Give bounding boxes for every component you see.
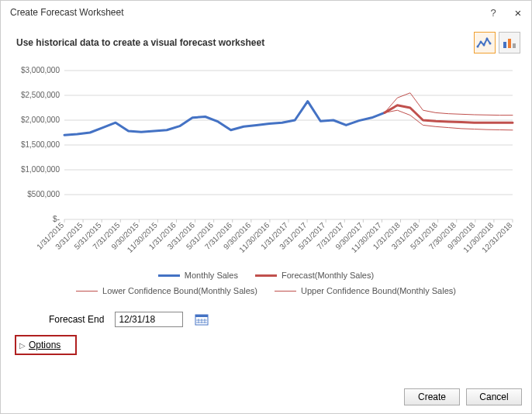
svg-point-4 xyxy=(489,43,492,45)
forecast-end-row: Forecast End xyxy=(1,304,531,332)
svg-text:$1,500,000: $1,500,000 xyxy=(21,140,60,149)
legend-label: Upper Confidence Bound(Monthly Sales) xyxy=(301,284,456,299)
legend-item-lower: Lower Confidence Bound(Monthly Sales) xyxy=(76,284,257,299)
svg-point-2 xyxy=(483,44,485,47)
bar-chart-button[interactable] xyxy=(499,32,520,53)
forecast-chart: $-$500,000$1,000,000$1,500,000$2,000,000… xyxy=(12,64,520,266)
titlebar: Create Forecast Worksheet ? × xyxy=(1,1,531,22)
legend-item-forecast: Forecast(Monthly Sales) xyxy=(255,268,374,284)
legend-swatch-icon xyxy=(76,291,98,292)
dialog-subtitle: Use historical data to create a visual f… xyxy=(16,37,474,48)
svg-rect-73 xyxy=(195,315,208,317)
cancel-button[interactable]: Cancel xyxy=(466,388,522,405)
svg-text:$1,000,000: $1,000,000 xyxy=(21,165,60,174)
options-toggle[interactable]: ▷ Options xyxy=(15,335,77,355)
line-chart-icon xyxy=(476,36,493,50)
options-label: Options xyxy=(29,340,60,350)
svg-point-0 xyxy=(477,46,479,48)
line-chart-button[interactable] xyxy=(474,32,496,53)
legend-item-upper: Upper Confidence Bound(Monthly Sales) xyxy=(275,284,456,299)
svg-text:$500,000: $500,000 xyxy=(27,190,60,198)
chart-legend: Monthly Sales Forecast(Monthly Sales) Lo… xyxy=(12,268,520,299)
legend-swatch-icon xyxy=(275,291,296,292)
svg-point-3 xyxy=(486,38,489,40)
dialog-buttons: Create Cancel xyxy=(404,388,522,405)
legend-label: Lower Confidence Bound(Monthly Sales) xyxy=(102,284,257,299)
chevron-right-icon: ▷ xyxy=(19,341,26,350)
svg-rect-6 xyxy=(508,39,511,48)
legend-item-monthly: Monthly Sales xyxy=(158,268,238,284)
legend-swatch-icon xyxy=(255,274,277,277)
svg-point-1 xyxy=(480,41,482,43)
bar-chart-icon xyxy=(501,36,518,50)
svg-rect-5 xyxy=(503,42,506,48)
svg-rect-7 xyxy=(513,43,516,48)
legend-swatch-icon xyxy=(158,274,180,277)
forecast-end-input[interactable] xyxy=(115,312,183,327)
help-icon[interactable]: ? xyxy=(488,7,499,18)
date-picker-icon[interactable] xyxy=(194,312,209,327)
svg-text:$3,000,000: $3,000,000 xyxy=(21,66,60,74)
svg-text:$2,000,000: $2,000,000 xyxy=(21,116,60,124)
dialog-title: Create Forecast Worksheet xyxy=(10,7,488,18)
legend-label: Monthly Sales xyxy=(185,268,238,284)
close-icon[interactable]: × xyxy=(513,7,523,18)
forecast-end-label: Forecast End xyxy=(49,314,104,325)
legend-label: Forecast(Monthly Sales) xyxy=(282,268,374,284)
create-button[interactable]: Create xyxy=(404,388,460,405)
svg-text:$2,500,000: $2,500,000 xyxy=(21,91,60,99)
chart-area: $-$500,000$1,000,000$1,500,000$2,000,000… xyxy=(12,64,520,301)
chart-type-group xyxy=(474,32,520,53)
